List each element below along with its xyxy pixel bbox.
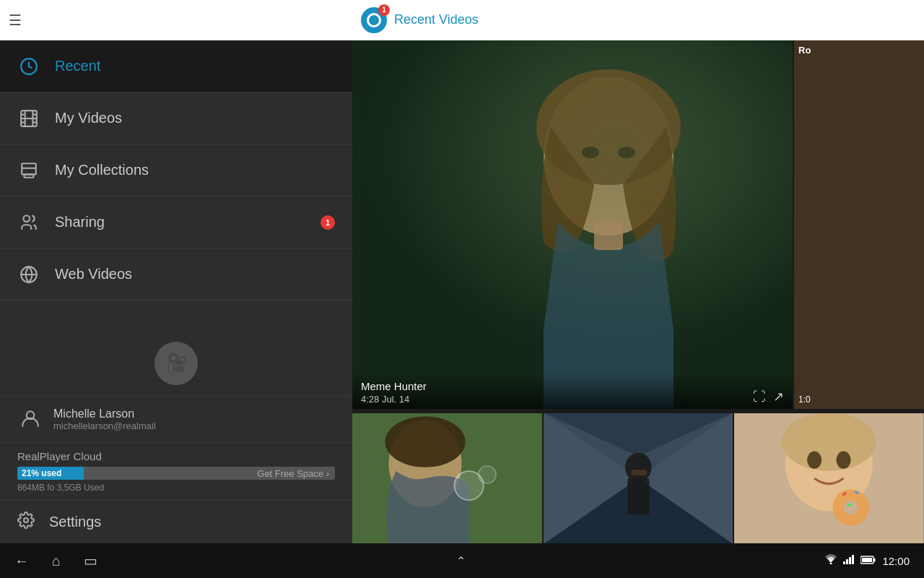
- content-area: Meme Hunter 4:28 Jul. 14 ⛶ ↗: [352, 40, 924, 543]
- thumbnail-item-3[interactable]: [734, 413, 924, 543]
- thumbnail-row: [352, 413, 924, 543]
- main-video-row: Meme Hunter 4:28 Jul. 14 ⛶ ↗: [352, 40, 924, 409]
- storage-label: RealPlayer Cloud: [17, 450, 335, 462]
- sidebar-item-my-collections[interactable]: My Collections: [0, 144, 352, 197]
- svg-rect-34: [631, 470, 647, 475]
- film-icon: [17, 109, 40, 128]
- fullscreen-icon[interactable]: ⛶: [753, 389, 766, 405]
- sidebar-item-my-videos[interactable]: My Videos: [0, 92, 352, 144]
- main-layout: Recent My Videos: [0, 40, 924, 543]
- video-text-info: Meme Hunter 4:28 Jul. 14: [361, 380, 427, 405]
- sharing-badge: 1: [321, 215, 335, 230]
- side-video-inner: Ro 1:0: [794, 40, 924, 409]
- sidebar-item-settings[interactable]: Settings: [0, 500, 352, 543]
- svg-point-32: [625, 453, 651, 482]
- battery-icon: [860, 554, 876, 567]
- user-email: michellelarson@realmail: [53, 420, 156, 431]
- sidebar-item-recent[interactable]: Recent: [0, 40, 352, 92]
- people-icon: [17, 213, 40, 232]
- storage-detail: 864MB fo 3,5GB Used: [17, 483, 335, 493]
- storage-bar: 21% used Get Free Space ›: [17, 467, 335, 480]
- main-video-background: [352, 40, 793, 409]
- svg-point-41: [844, 500, 858, 514]
- user-info: Michelle Larson michellelarson@realmail: [53, 407, 156, 431]
- svg-rect-33: [627, 478, 649, 515]
- video-overlay-info: Meme Hunter 4:28 Jul. 14 ⛶ ↗: [352, 373, 793, 409]
- home-button[interactable]: ⌂: [52, 553, 61, 569]
- user-section: Michelle Larson michellelarson@realmail: [0, 396, 352, 443]
- system-status: 12:00: [824, 554, 910, 567]
- sidebar-item-web-videos[interactable]: Web Videos: [0, 249, 352, 301]
- svg-rect-17: [352, 40, 793, 409]
- settings-label: Settings: [49, 514, 101, 530]
- svg-rect-48: [849, 557, 851, 564]
- system-bar: ← ⌂ ▭ ⌃ 1: [0, 543, 924, 578]
- user-name: Michelle Larson: [53, 407, 156, 420]
- svg-rect-25: [794, 40, 924, 409]
- main-video-thumb[interactable]: Meme Hunter 4:28 Jul. 14 ⛶ ↗: [352, 40, 793, 409]
- sidebar-item-sharing-label: Sharing: [55, 214, 105, 230]
- sidebar-item-sharing[interactable]: Sharing 1: [0, 197, 352, 249]
- storage-section: RealPlayer Cloud 21% used Get Free Space…: [0, 443, 352, 497]
- logo-inner: [367, 13, 381, 27]
- main-header: 1 Recent Videos: [361, 7, 915, 33]
- collection-icon: [17, 161, 40, 180]
- svg-point-23: [618, 147, 635, 158]
- svg-point-16: [24, 518, 28, 522]
- side-video-thumb[interactable]: Ro 1:0: [794, 40, 924, 409]
- svg-point-19: [544, 77, 674, 236]
- svg-rect-18: [352, 40, 793, 409]
- camera-fab-area: 🎥: [0, 331, 352, 396]
- storage-percent-text: 21% used: [22, 468, 61, 478]
- video-meta: 4:28 Jul. 14: [361, 394, 427, 405]
- camera-fab-button[interactable]: 🎥: [154, 342, 198, 385]
- user-avatar-icon: [17, 406, 43, 432]
- system-center-button[interactable]: ⌃: [456, 554, 466, 568]
- sidebar-item-my-videos-label: My Videos: [55, 110, 122, 126]
- page-title: Recent Videos: [394, 12, 479, 27]
- svg-rect-51: [862, 558, 872, 562]
- svg-rect-47: [846, 559, 848, 564]
- camera-icon: 🎥: [165, 352, 188, 374]
- svg-rect-46: [843, 561, 845, 564]
- video-actions: ⛶ ↗: [753, 389, 784, 405]
- video-date: Jul. 14: [382, 394, 409, 405]
- header-notification-badge: 1: [378, 4, 390, 16]
- svg-rect-21: [594, 221, 623, 250]
- svg-rect-49: [852, 555, 854, 564]
- video-title: Meme Hunter: [361, 380, 427, 392]
- svg-point-28: [385, 416, 465, 467]
- svg-point-37: [782, 413, 876, 471]
- top-bar: ☰ 1 Recent Videos: [0, 0, 924, 40]
- hamburger-icon[interactable]: ☰: [9, 12, 22, 29]
- svg-point-38: [807, 452, 821, 469]
- system-nav-buttons: ← ⌂ ▭: [14, 552, 97, 569]
- svg-rect-52: [874, 558, 876, 562]
- svg-rect-9: [22, 163, 36, 174]
- svg-point-12: [23, 215, 30, 222]
- get-free-space-label: Get Free Space ›: [257, 468, 329, 479]
- system-time: 12:00: [882, 555, 910, 567]
- sidebar: Recent My Videos: [0, 40, 352, 543]
- sidebar-nav: Recent My Videos: [0, 40, 352, 331]
- video-grid: Meme Hunter 4:28 Jul. 14 ⛶ ↗: [352, 40, 924, 543]
- wifi-icon: [824, 554, 837, 567]
- back-button[interactable]: ←: [14, 553, 29, 569]
- brand-logo: 1: [361, 7, 387, 33]
- sidebar-item-web-videos-label: Web Videos: [55, 266, 132, 282]
- side-video-label: Ro: [798, 45, 811, 56]
- signal-icon: [843, 554, 855, 567]
- thumbnail-item-1[interactable]: [352, 413, 542, 543]
- sidebar-header: ☰: [9, 12, 361, 29]
- sidebar-item-recent-label: Recent: [55, 58, 100, 74]
- thumbnail-item-2[interactable]: [544, 413, 733, 543]
- sidebar-item-my-collections-label: My Collections: [55, 162, 149, 178]
- svg-point-30: [479, 466, 496, 483]
- svg-point-45: [830, 563, 832, 565]
- svg-rect-11: [25, 174, 34, 177]
- svg-point-22: [582, 147, 599, 158]
- video-duration: 4:28: [361, 394, 379, 405]
- recents-button[interactable]: ▭: [84, 552, 97, 569]
- get-free-space-button[interactable]: Get Free Space ›: [251, 467, 335, 480]
- share-icon[interactable]: ↗: [773, 389, 784, 405]
